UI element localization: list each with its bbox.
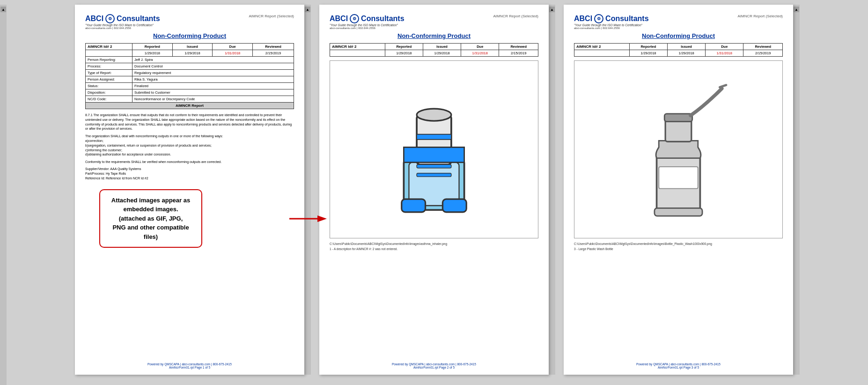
val-reported-2: 1/29/2018 [385, 50, 423, 57]
scroll-up-p1[interactable]: ▲ [305, 7, 310, 12]
page-3-wrapper: ABCI ⚙ Consultants "Your Guide through t… [564, 5, 800, 375]
scrollbar-right-3[interactable]: ▲ [793, 5, 800, 375]
row-disp-label: Disposition: [86, 89, 132, 96]
image-caption2-p2: 1 - A description for AIMNCR #: 2 was no… [330, 247, 538, 251]
val-issued-1: 1/29/2018 [172, 50, 213, 57]
logo-title-3: ABCI ⚙ Consultants [574, 14, 649, 23]
logo-subtitle-1: "Your Guide through the ISO Maze to Cert… [85, 23, 160, 27]
callout-box: Attached images appear asembedded images… [99, 189, 202, 248]
page-1-footer: Powered by QMSCAPA | abci-consultants.co… [75, 363, 304, 369]
field-part: Part/Process: Hy Tape Rolls [85, 172, 294, 175]
logo-consultants-3: Consultants [605, 15, 648, 23]
row-type-val: Regulatory requirement [132, 70, 294, 76]
svg-rect-7 [404, 147, 464, 162]
aimncr-section-header: AIMNCR Report [86, 103, 294, 109]
logo-subtitle-2: "Your Guide through the ISO Maze to Cert… [330, 23, 405, 27]
left-scrollbar[interactable]: ▲ [0, 5, 7, 385]
logo-section-1: ABCI ⚙ Consultants "Your Guide through t… [85, 14, 160, 30]
body-para-2: The organization SHALL deal with nonconf… [85, 134, 294, 157]
table-id-spacer-3 [574, 50, 630, 57]
logo-subtitle-3: "Your Guide through the ISO Maze to Cert… [574, 23, 649, 27]
pages-container: ABCI ⚙ Consultants "Your Guide through t… [7, 5, 868, 375]
info-table-3: AIMNCR Id# 2 Reported Issued Due Reviewe… [574, 43, 783, 57]
scrollbar-right-1[interactable]: ▲ [304, 5, 311, 375]
report-label-2: AIMNCR Report (Selected) [493, 14, 538, 18]
page-3-header: ABCI ⚙ Consultants "Your Guide through t… [574, 14, 783, 30]
svg-rect-15 [664, 114, 692, 122]
svg-rect-9 [402, 199, 426, 212]
logo-title-2: ABCI ⚙ Consultants [330, 14, 405, 23]
image-caption1-p3: C:\Users\Public\Documents\ABCI\MgtSys\Do… [574, 242, 783, 245]
footer-powered-3: Powered by QMSCAPA | abci-consultants.co… [564, 363, 793, 366]
row-ncdc-val: Nonconformance or Discrepancy Code [132, 96, 294, 103]
page-1-title: Non-Conforming Product [85, 32, 294, 39]
col-reviewed-2: Reviewed [499, 44, 538, 50]
logo-section-2: ABCI ⚙ Consultants "Your Guide through t… [330, 14, 405, 30]
page-2-title: Non-Conforming Product [330, 32, 538, 39]
row-person-val: Jeff J. Spira [132, 57, 294, 63]
col-due-3: Due [706, 44, 743, 50]
image-caption2-p3: 3 - Large Plastic Wash Bottle [574, 247, 783, 251]
row-disp-val: Submitted to Customer [132, 89, 294, 96]
col-issued-1: Issued [172, 44, 213, 50]
report-label-1: AIMNCR Report (Selected) [249, 14, 294, 18]
page-2-footer: Powered by QMSCAPA | abci-consultants.co… [319, 363, 549, 369]
row-status-val: Finalized [132, 83, 294, 89]
col-reported-3: Reported [629, 44, 667, 50]
val-reviewed-2: 2/15/2019 [499, 50, 538, 57]
logo-title-1: ABCI ⚙ Consultants [85, 14, 160, 23]
callout-arrow-svg [289, 212, 327, 226]
svg-rect-8 [417, 134, 451, 140]
row-process-val: Document Control [132, 63, 294, 70]
val-issued-3: 1/29/2018 [667, 50, 705, 57]
col-issued-2: Issued [423, 44, 461, 50]
val-issued-2: 1/29/2018 [423, 50, 461, 57]
row-person-label: Person Reporting: [86, 57, 132, 63]
page-2: ABCI ⚙ Consultants "Your Guide through t… [319, 5, 549, 375]
logo-abci-2: ABCI [330, 15, 348, 23]
report-label-3: AIMNCR Report (Selected) [738, 14, 783, 18]
inhaler-container [330, 61, 538, 238]
val-due-1: 1/31/2018 [213, 50, 253, 57]
svg-rect-11 [417, 164, 451, 168]
table-id-1: AIMNCR Id# 2 [86, 44, 132, 50]
footer-file-2: AimNcrForm01.rpt Page 2 of 5 [319, 366, 549, 369]
footer-powered-2: Powered by QMSCAPA | abci-consultants.co… [319, 363, 549, 366]
svg-rect-12 [417, 173, 451, 177]
col-reviewed-1: Reviewed [252, 44, 294, 50]
val-reviewed-1: 2/15/2019 [252, 50, 294, 57]
row-type-label: Type of Report: [86, 70, 132, 76]
bottle-svg [618, 65, 739, 234]
col-due-2: Due [461, 44, 499, 50]
page-1-header: ABCI ⚙ Consultants "Your Guide through t… [85, 14, 294, 30]
scroll-up-arrow[interactable]: ▲ [0, 7, 6, 12]
info-table-1: AIMNCR Id# 2 Reported Issued Due Reviewe… [85, 43, 294, 109]
logo-url-2: abci-consultants.com | 602.644.2556 [330, 27, 405, 30]
scrollbar-right-2[interactable]: ▲ [549, 5, 555, 375]
footer-powered-1: Powered by QMSCAPA | abci-consultants.co… [75, 363, 304, 366]
val-reviewed-3: 2/15/2019 [743, 50, 783, 57]
row-process-label: Process: [86, 63, 132, 70]
svg-rect-10 [442, 199, 466, 212]
table-id-3: AIMNCR Id# 2 [574, 44, 630, 50]
page-1: ABCI ⚙ Consultants "Your Guide through t… [75, 5, 304, 375]
svg-marker-1 [317, 215, 327, 222]
logo-consultants-1: Consultants [117, 15, 160, 23]
callout-text: Attached images appear asembedded images… [111, 197, 190, 240]
logo-gear-icon-1: ⚙ [105, 14, 115, 23]
info-table-2: AIMNCR Id# 2 Reported Issued Due Reviewe… [330, 43, 538, 57]
table-id-spacer-1 [86, 50, 132, 57]
logo-consultants-2: Consultants [361, 15, 404, 23]
table-id-2: AIMNCR Id# 2 [330, 44, 385, 50]
scroll-up-p3[interactable]: ▲ [794, 7, 799, 12]
svg-line-16 [720, 85, 726, 88]
footer-file-3: AimNcrForm01.rpt Page 3 of 5 [564, 366, 793, 369]
inhaler-svg [378, 70, 490, 229]
col-issued-3: Issued [667, 44, 705, 50]
field-ref: Reference Id: Reference Id from NCR Id #… [85, 177, 294, 180]
logo-url-3: abci-consultants.com | 602.644.2556 [574, 27, 649, 30]
page-2-wrapper: ABCI ⚙ Consultants "Your Guide through t… [319, 5, 555, 375]
col-due-1: Due [213, 44, 253, 50]
logo-gear-icon-2: ⚙ [350, 14, 359, 23]
scroll-up-p2[interactable]: ▲ [549, 7, 555, 12]
